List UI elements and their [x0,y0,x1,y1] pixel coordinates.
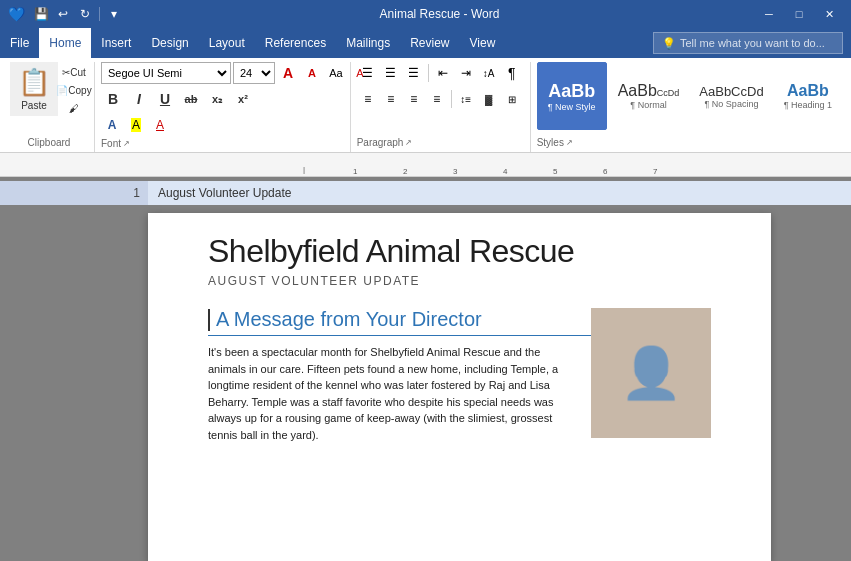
close-button[interactable]: ✕ [815,4,843,24]
redo-button[interactable]: ↻ [75,4,95,24]
document-title: Shelbyfield Animal Rescue [208,233,711,270]
cut-icon: ✂ [62,67,70,78]
format-painter-button[interactable]: 🖌 [60,100,88,117]
italic-button[interactable]: I [127,88,151,110]
menu-mailings[interactable]: Mailings [336,28,400,58]
align-left-button[interactable]: ≡ [357,88,379,110]
font-label: Font ↗ [101,136,344,149]
font-grow-button[interactable]: A [277,62,299,84]
menu-references[interactable]: References [255,28,336,58]
styles-expand-icon[interactable]: ↗ [566,138,573,147]
change-case-button[interactable]: Aa [325,62,347,84]
style-heading1-preview: AaBb [787,82,829,100]
text-effects-button[interactable]: A [101,114,123,136]
paragraph-expand-icon[interactable]: ↗ [405,138,412,147]
copy-button[interactable]: 📄 Copy [60,82,88,99]
style-normal[interactable]: AaBbCcDd ¶ Normal [609,62,689,130]
title-bar: 💙 💾 ↩ ↻ ▾ Animal Rescue - Word ─ □ ✕ [0,0,851,28]
show-marks-button[interactable]: ¶ [501,62,523,84]
ruler: | 1 2 3 4 5 6 7 [0,153,851,177]
bullets-button[interactable]: ☰ [357,62,379,84]
style-heading1[interactable]: AaBb ¶ Heading 1 [775,62,841,130]
font-family-select[interactable]: Segoe UI Semi [101,62,231,84]
multilevel-icon: ☰ [408,66,419,80]
quick-access-toolbar: 💙 💾 ↩ ↻ ▾ [8,4,124,24]
font-expand-icon[interactable]: ↗ [123,139,130,148]
cut-button[interactable]: ✂ Cut [60,64,88,81]
clipboard-label: Clipboard [10,135,88,148]
style-normal-label: ¶ Normal [630,100,666,110]
menu-home[interactable]: Home [39,28,91,58]
document-container: Shelbyfield Animal Rescue AUGUST VOLUNTE… [0,205,851,561]
align-right-button[interactable]: ≡ [403,88,425,110]
format-painter-icon: 🖌 [69,103,79,114]
increase-indent-button[interactable]: ⇥ [455,62,477,84]
style-new-preview: AaBb [548,81,595,102]
superscript-button[interactable]: x² [231,88,255,110]
text-effects-icon: A [108,118,117,132]
decrease-indent-button[interactable]: ⇤ [432,62,454,84]
page-number-bar: 1 [0,181,148,205]
borders-icon: ⊞ [508,94,516,105]
cut-label: Cut [70,67,86,78]
multilevel-list-button[interactable]: ☰ [403,62,425,84]
copy-label: Copy [68,85,91,96]
paragraph-label: Paragraph ↗ [357,135,524,148]
style-no-spacing[interactable]: AaBbCcDd ¶ No Spacing [690,62,772,130]
ribbon: 📋 Paste ✂ Cut 📄 Copy 🖌 Clipboard [0,58,851,153]
quick-access-buttons: 💾 ↩ ↻ ▾ [31,4,124,24]
numbering-icon: ☰ [385,66,396,80]
text-highlight-button[interactable]: A [125,114,147,136]
align-left-icon: ≡ [364,92,371,106]
bold-button[interactable]: B [101,88,125,110]
line-spacing-button[interactable]: ↕≡ [455,88,477,110]
text-highlight-icon: A [131,118,141,132]
line-spacing-icon: ↕≡ [460,94,471,105]
cursor [208,309,210,331]
font-shrink-button[interactable]: A [301,62,323,84]
document-subtitle: AUGUST VOLUNTEER UPDATE [208,274,711,288]
paste-button[interactable]: 📋 Paste [10,62,58,116]
maximize-button[interactable]: □ [785,4,813,24]
tell-me-text[interactable]: Tell me what you want to do... [680,37,825,49]
justify-button[interactable]: ≡ [426,88,448,110]
style-normal-preview: AaBbCcDd [618,82,680,100]
menu-design[interactable]: Design [141,28,198,58]
sidebar-area: 1 [0,181,148,205]
font-color-icon: A [156,118,164,132]
font-color-button[interactable]: A [149,114,171,136]
section-heading-text: A Message from Your Director [216,308,482,331]
sort-button[interactable]: ↕A [478,62,500,84]
menu-review[interactable]: Review [400,28,459,58]
save-button[interactable]: 💾 [31,4,51,24]
page-heading-text: August Volunteer Update [158,186,291,200]
shading-button[interactable]: ▓ [478,88,500,110]
menu-bar: File Home Insert Design Layout Reference… [0,28,851,58]
menu-layout[interactable]: Layout [199,28,255,58]
style-new[interactable]: AaBb ¶ New Style [537,62,607,130]
window-title: Animal Rescue - Word [124,7,755,21]
strikethrough-button[interactable]: ab [179,88,203,110]
numbering-button[interactable]: ☰ [380,62,402,84]
menu-view[interactable]: View [460,28,506,58]
borders-button[interactable]: ⊞ [501,88,523,110]
sort-icon: ↕A [483,68,495,79]
clipboard-sub-buttons: ✂ Cut 📄 Copy 🖌 [60,64,88,117]
shading-icon: ▓ [485,94,492,105]
menu-insert[interactable]: Insert [91,28,141,58]
paste-icon: 📋 [18,67,50,98]
minimize-button[interactable]: ─ [755,4,783,24]
word-icon: 💙 [8,6,25,22]
subscript-button[interactable]: x₂ [205,88,229,110]
font-size-select[interactable]: 24 [233,62,275,84]
undo-button[interactable]: ↩ [53,4,73,24]
underline-button[interactable]: U [153,88,177,110]
customize-button[interactable]: ▾ [104,4,124,24]
clipboard-section: 📋 Paste ✂ Cut 📄 Copy 🖌 Clipboard [4,62,95,152]
increase-indent-icon: ⇥ [461,66,471,80]
paste-label: Paste [21,100,47,111]
align-center-button[interactable]: ≡ [380,88,402,110]
photo-content: 👤 [620,344,682,402]
document-page: Shelbyfield Animal Rescue AUGUST VOLUNTE… [148,213,771,561]
menu-file[interactable]: File [0,28,39,58]
